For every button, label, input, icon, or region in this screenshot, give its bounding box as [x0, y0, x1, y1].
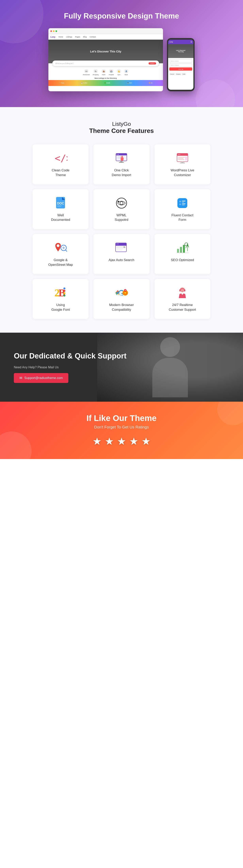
feature-support-label: 24/7 RealtimeCustomer Support	[169, 303, 196, 312]
svg-point-70	[124, 292, 126, 294]
clean-code-icon: </>	[54, 151, 68, 165]
mobile-hero-banner: Let's Discover This City	[168, 44, 193, 58]
wordpress-icon	[176, 151, 189, 165]
cat-hotel: 🏨Hotel	[102, 69, 106, 75]
feature-ajax: Ajax Auto Search	[93, 234, 150, 274]
svg-point-76	[181, 290, 182, 290]
svg-point-72	[125, 290, 126, 291]
svg-point-62	[63, 294, 65, 297]
feature-gmap: Google &OpenStreet Map	[33, 234, 88, 274]
svg-point-25	[120, 202, 123, 205]
dot-red	[50, 30, 52, 32]
nav-home: Home	[58, 36, 63, 38]
svg-rect-47	[116, 250, 122, 250]
svg-rect-42	[115, 245, 127, 246]
feature-ajax-label: Ajax Auto Search	[109, 258, 134, 262]
svg-point-59	[63, 287, 65, 289]
feature-doc: DOC WellDocumented	[33, 189, 88, 229]
svg-rect-14	[178, 158, 184, 159]
svg-point-49	[118, 244, 118, 244]
svg-rect-29	[182, 201, 186, 201]
svg-rect-17	[181, 162, 184, 163]
svg-rect-7	[120, 161, 123, 162]
svg-text:</>: </>	[55, 153, 68, 164]
rating-subtitle: Don't Forget To Get Us Ratings	[8, 425, 235, 430]
cat-bank-icon: 🏦	[124, 69, 128, 73]
screen-hero-title: Let's Discover This City	[90, 50, 121, 53]
svg-rect-2	[116, 153, 127, 155]
screen-listings-label: New Listings in Our Directory	[48, 76, 163, 80]
nav-contact: Contact	[90, 36, 96, 38]
screen-search-btn: Search	[148, 62, 156, 64]
desktop-mockup: Listy Home Listings Pages Blog Contact L…	[48, 28, 163, 91]
svg-point-34	[57, 244, 59, 247]
svg-rect-5	[117, 157, 121, 157]
screen-top-bar	[48, 28, 163, 34]
wpml-icon	[115, 196, 128, 210]
one-click-icon	[115, 151, 128, 165]
svg-rect-18	[180, 163, 185, 163]
mobile-tags: Featured Shopping Guide	[168, 72, 193, 76]
cat-restaurant-icon: 🍽	[84, 69, 88, 73]
dot-green	[55, 30, 57, 32]
star-3: ★	[117, 435, 126, 447]
feature-one-click: One ClickDemo Import	[93, 144, 150, 184]
ajax-icon	[115, 241, 128, 255]
rating-section: If Like Our Theme Don't Forget To Get Us…	[0, 402, 243, 459]
mobile-search-btn: Search ▶	[169, 67, 192, 70]
svg-rect-75	[184, 289, 185, 291]
svg-rect-52	[183, 245, 185, 253]
svg-rect-23	[57, 207, 61, 207]
browser-icon	[115, 286, 128, 300]
feature-browser-label: Modern BrowserCompatibility	[109, 303, 134, 312]
mobile-menu-icon: ☰	[190, 41, 192, 43]
screen-listing-strip: 🍕 Pizza ☕ Coffee 🌿 Health 💻 Tech 🎨 Art	[48, 80, 163, 86]
support-title: Our Dedicated & Quick Support	[14, 351, 127, 361]
hero-section: Fully Responsive Design Theme Listy Home…	[0, 0, 243, 107]
svg-point-3	[116, 154, 117, 155]
svg-point-60	[63, 290, 65, 292]
feature-fluent: Fluent ContactForm	[155, 189, 210, 229]
feature-wordpress: WordPress LiveCustomizer	[155, 144, 210, 184]
svg-point-24	[116, 198, 127, 208]
svg-point-12	[180, 154, 180, 155]
screen-search-bar: What are you looking for? Search	[52, 61, 159, 66]
feature-seo-label: SEO Optimized	[171, 258, 194, 262]
svg-point-73	[180, 287, 185, 292]
svg-rect-6	[117, 158, 120, 158]
cat-gym-icon: 💪	[117, 69, 121, 73]
feature-seo: SEO Optimized	[155, 234, 210, 274]
feature-fluent-label: Fluent ContactForm	[171, 213, 193, 222]
support-section: Our Dedicated & Quick Support Need Any H…	[0, 333, 243, 402]
features-title: Theme Core Features	[8, 127, 235, 134]
support-email: Support@radiustheme.com	[24, 376, 63, 380]
support-email-btn[interactable]: ✉ Support@radiustheme.com	[14, 373, 69, 383]
mobile-hero-subtitle: This City	[178, 51, 184, 53]
rating-title: If Like Our Theme	[8, 413, 235, 423]
feature-wpml: WPMLSuppotrd	[93, 189, 150, 229]
fluent-icon	[176, 196, 189, 210]
mobile-logo: Listy	[169, 41, 173, 43]
feature-clean-code-label: Clean CodeTheme	[52, 168, 70, 178]
svg-rect-46	[116, 249, 124, 249]
cat-shopping: 🛍Shopping	[93, 69, 99, 75]
hero-title: Fully Responsive Design Theme	[8, 12, 235, 20]
svg-point-48	[116, 244, 117, 244]
screen-categories: 🍽Restaurant 🛍Shopping 🏨Hotel 🏥Hospital 💪…	[48, 66, 163, 76]
tag-featured: Featured	[169, 73, 175, 75]
email-icon: ✉	[19, 376, 22, 380]
svg-point-26	[117, 201, 119, 202]
svg-rect-16	[185, 157, 187, 160]
features-grid: </> Clean CodeTheme	[33, 144, 210, 319]
svg-rect-32	[182, 204, 186, 204]
svg-text:DOC: DOC	[57, 202, 64, 205]
feature-wordpress-label: WordPress LiveCustomizer	[170, 168, 194, 178]
feature-gfont-label: UsingGoogle Font	[51, 303, 70, 312]
mobile-screen: Listy ☰ Let's Discover This City Select …	[168, 40, 193, 90]
doc-icon: DOC	[54, 196, 68, 210]
nav-listings: Listings	[66, 36, 72, 38]
mobile-hero-title: Let's Discover	[176, 50, 186, 51]
screen-logo: Listy	[50, 36, 55, 38]
svg-point-11	[178, 154, 179, 155]
cat-restaurant: 🍽Restaurant	[83, 69, 90, 75]
